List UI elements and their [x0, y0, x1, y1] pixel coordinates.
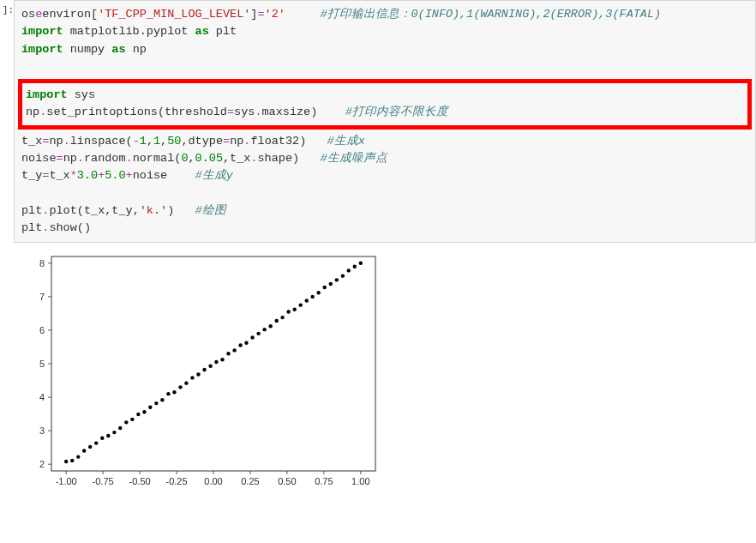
svg-point-82	[359, 262, 363, 265]
number: 1	[153, 135, 160, 148]
cell-prompt: ]:	[0, 0, 14, 243]
svg-text:6: 6	[39, 325, 45, 335]
code-line: import numpy as np	[21, 41, 748, 58]
token: shape)	[258, 152, 321, 165]
svg-point-57	[208, 365, 212, 368]
svg-point-67	[268, 324, 272, 328]
svg-point-39	[100, 437, 104, 440]
token: ,	[188, 152, 195, 165]
svg-point-79	[341, 274, 345, 277]
token: np	[126, 43, 147, 56]
svg-point-44	[130, 418, 134, 421]
svg-text:0.50: 0.50	[278, 476, 296, 486]
svg-text:1.00: 1.00	[351, 476, 369, 486]
svg-point-41	[112, 431, 116, 434]
svg-point-80	[347, 268, 351, 272]
svg-point-63	[244, 341, 248, 345]
token: linspace(	[70, 135, 133, 148]
token: ,	[160, 135, 167, 148]
svg-point-50	[166, 392, 170, 395]
svg-point-60	[226, 352, 230, 355]
blank-line	[21, 184, 748, 202]
op: =	[223, 135, 230, 148]
dot: .	[63, 135, 70, 148]
svg-point-45	[136, 413, 140, 416]
token: normal(	[133, 152, 182, 165]
token: noise	[21, 152, 57, 165]
token: plot(t_x,t_y,	[49, 204, 139, 217]
svg-point-52	[178, 385, 182, 389]
token: t_x	[21, 135, 42, 148]
svg-point-59	[220, 358, 224, 361]
token: random	[84, 152, 126, 165]
token: np	[230, 135, 243, 148]
svg-point-75	[316, 291, 320, 294]
svg-point-40	[106, 434, 110, 437]
svg-point-34	[70, 459, 74, 462]
token: sys	[234, 106, 255, 118]
token: plt	[21, 204, 42, 217]
dot: .	[77, 152, 84, 165]
svg-text:-0.25: -0.25	[166, 476, 188, 486]
chart-output: -1.00-0.75-0.50-0.250.000.250.500.751.00…	[17, 248, 403, 497]
highlighted-code-box: import sys np.set_printoptions(threshold…	[18, 79, 752, 130]
space	[285, 8, 321, 21]
svg-text:0.75: 0.75	[315, 476, 333, 486]
svg-point-69	[280, 316, 284, 319]
number: 50	[167, 135, 181, 148]
svg-point-36	[82, 449, 86, 452]
svg-point-35	[76, 455, 80, 458]
svg-text:-1.00: -1.00	[56, 476, 77, 486]
code-line: np.set_printoptions(threshold=sys.maxsiz…	[26, 104, 744, 121]
svg-text:4: 4	[39, 392, 45, 402]
code-line: plt.plot(t_x,t_y,'k.') #绘图	[21, 202, 748, 220]
token: ,dtype	[181, 135, 223, 148]
svg-point-77	[329, 282, 333, 286]
svg-point-81	[353, 265, 357, 268]
svg-point-76	[323, 286, 327, 289]
comment: #生成y	[195, 169, 233, 182]
number: 0.05	[195, 152, 223, 165]
svg-point-74	[310, 295, 314, 299]
string: '2'	[265, 8, 285, 21]
svg-point-56	[202, 368, 206, 371]
svg-text:-0.75: -0.75	[93, 476, 114, 486]
code-line: import sys	[26, 87, 744, 104]
svg-point-55	[196, 372, 200, 376]
token: np	[49, 135, 63, 148]
svg-point-68	[275, 319, 279, 323]
number: 3.0	[77, 169, 98, 182]
comment: #绘图	[195, 204, 226, 217]
svg-point-72	[299, 303, 303, 306]
svg-point-78	[335, 278, 339, 281]
op: =	[227, 106, 234, 118]
token: t_y	[21, 169, 42, 182]
op: =	[257, 8, 264, 21]
token: matplotlib.pyplot	[63, 25, 195, 38]
svg-text:7: 7	[39, 292, 45, 302]
blank-line	[21, 58, 748, 75]
token: maxsize)	[261, 106, 345, 118]
svg-point-49	[160, 398, 164, 401]
svg-point-58	[214, 360, 218, 364]
svg-text:8: 8	[39, 258, 45, 268]
number: 5.0	[105, 169, 125, 182]
token: show()	[49, 221, 91, 234]
token: set_printoptions(threshold	[46, 106, 227, 118]
svg-text:3: 3	[39, 425, 45, 436]
svg-point-64	[250, 335, 254, 339]
token: environ[	[42, 8, 98, 21]
keyword: import	[26, 88, 68, 101]
comment: #打印输出信息：0(INFO),1(WARNING),2(ERROR),3(FA…	[320, 8, 661, 21]
code-line: plt.show()	[21, 220, 748, 237]
keyword: import	[21, 25, 63, 38]
comment: #打印内容不限长度	[345, 106, 448, 118]
svg-text:0.00: 0.00	[204, 476, 222, 486]
token: noise	[133, 169, 195, 182]
svg-point-65	[256, 332, 260, 335]
svg-point-53	[184, 381, 188, 384]
svg-point-42	[118, 426, 122, 430]
code-cell[interactable]: oseenviron['TF_CPP_MIN_LOG_LEVEL']='2' #…	[14, 0, 756, 243]
svg-text:5: 5	[39, 359, 45, 369]
svg-point-47	[148, 406, 152, 409]
